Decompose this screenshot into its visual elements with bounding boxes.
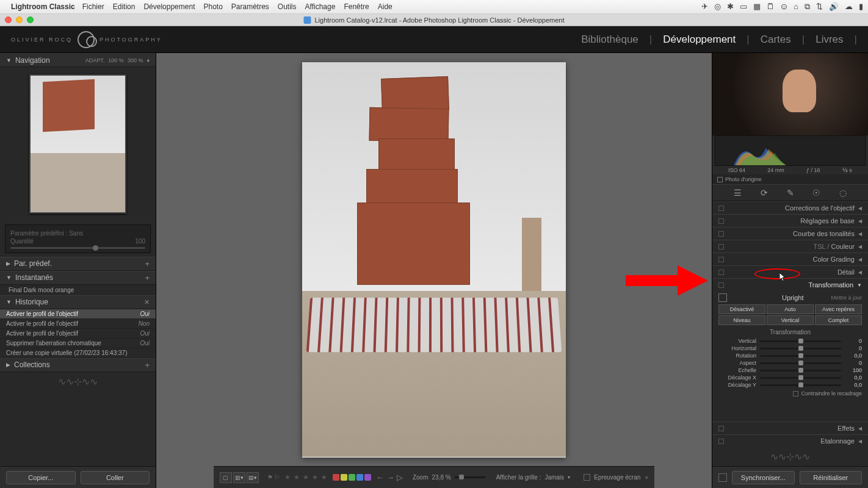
nav-fit-label[interactable]: ADAPT. xyxy=(85,57,105,63)
section-basic[interactable]: Réglages de base◀ xyxy=(712,215,868,227)
menu-developpement[interactable]: Développement xyxy=(143,2,195,11)
history-item[interactable]: Créer une copie virtuelle (27/02/23 16:4… xyxy=(0,348,156,358)
add-snapshot-icon[interactable]: + xyxy=(145,273,150,282)
section-colorgrading[interactable]: Color Grading◀ xyxy=(712,253,868,265)
transform-slider[interactable]: Rotation0,0 xyxy=(718,353,862,359)
upright-off-button[interactable]: Désactivé xyxy=(718,304,765,314)
edit-sliders-icon[interactable]: ☰ xyxy=(732,187,743,198)
soft-proof-checkbox[interactable] xyxy=(584,474,590,481)
preset-qty-slider[interactable] xyxy=(10,247,145,249)
tray-icon[interactable]: ▦ xyxy=(753,2,761,12)
zoom-slider[interactable] xyxy=(455,476,485,478)
add-preset-icon[interactable]: + xyxy=(145,259,150,268)
transform-slider[interactable]: Horizontal0 xyxy=(718,345,862,351)
tray-icon[interactable]: ⊙ xyxy=(781,2,787,12)
constrain-crop[interactable]: Contraindre le recadrage xyxy=(718,390,862,396)
upright-guided-button[interactable]: Avec repères xyxy=(815,304,862,314)
upright-full-button[interactable]: Complet xyxy=(815,315,862,325)
presets-header[interactable]: ▶ Par. prédef. + xyxy=(0,257,156,271)
minimize-window-button[interactable] xyxy=(16,16,23,23)
menu-aide[interactable]: Aide xyxy=(378,2,392,11)
tray-icon[interactable]: ⌂ xyxy=(794,2,798,12)
transform-slider[interactable]: Décalage Y0,0 xyxy=(718,382,862,388)
reset-button[interactable]: Réinitialiser xyxy=(800,471,863,484)
navigator-header[interactable]: ▼ Navigation ADAPT. 100 % 300 % ♦ xyxy=(0,53,156,67)
history-item[interactable]: Activer le profil de l'objectifOui xyxy=(0,329,156,339)
paste-settings-button[interactable]: Coller xyxy=(81,471,150,484)
prev-photo-icon[interactable]: ← xyxy=(376,473,384,482)
sync-button[interactable]: Synchroniser... xyxy=(732,471,795,484)
tray-icon[interactable]: ◎ xyxy=(714,2,721,12)
section-calibration[interactable]: Etalonnage◀ xyxy=(712,435,868,447)
menu-parametres[interactable]: Paramètres xyxy=(231,2,269,11)
tray-icon[interactable]: 🗒 xyxy=(767,2,775,12)
next-photo-icon[interactable]: → xyxy=(386,473,394,482)
module-book[interactable]: Livres xyxy=(816,34,843,46)
history-item[interactable]: Activer le profil de l'objectifNon xyxy=(0,319,156,329)
label-yellow[interactable] xyxy=(341,474,347,481)
history-item[interactable]: Supprimer l'aberration chromatiqueOui xyxy=(0,339,156,348)
copy-settings-button[interactable]: Copier... xyxy=(6,471,76,484)
rating-stars[interactable]: ★ ★ ★ ★ ★ xyxy=(284,473,328,481)
label-red[interactable] xyxy=(333,474,339,481)
original-photo-toggle[interactable]: Photo d'origine xyxy=(712,174,868,184)
tray-icon[interactable]: ✈ xyxy=(701,2,708,12)
crop-tool-icon[interactable]: ⟳ xyxy=(759,187,770,198)
nav-zoom-stepper-icon[interactable]: ♦ xyxy=(146,57,150,63)
transform-slider[interactable]: Décalage X0,0 xyxy=(718,375,862,381)
module-map[interactable]: Cartes xyxy=(761,34,791,46)
snapshots-header[interactable]: ▼ Instantanés + xyxy=(0,271,156,285)
menu-photo[interactable]: Photo xyxy=(203,2,222,11)
menu-affichage[interactable]: Affichage xyxy=(305,2,336,11)
section-tonecurve[interactable]: Courbe des tonalités◀ xyxy=(712,228,868,240)
mask-tool-icon[interactable]: ☉ xyxy=(811,187,822,198)
flag-pick-icon[interactable]: ⚑ xyxy=(267,474,273,481)
label-green[interactable] xyxy=(349,474,355,481)
tray-icon[interactable]: ⧉ xyxy=(805,2,810,12)
module-library[interactable]: Bibliothèque xyxy=(581,34,638,46)
reference-view-icon[interactable]: ▤▾ xyxy=(247,472,259,483)
menu-fenetre[interactable]: Fenêtre xyxy=(344,2,369,11)
menu-edition[interactable]: Edition xyxy=(113,2,136,11)
tray-icon[interactable]: ▮ xyxy=(859,2,863,12)
section-tsl[interactable]: TSL / Couleur◀ xyxy=(712,240,868,253)
section-detail[interactable]: Détail◀ xyxy=(712,266,868,278)
tray-icon[interactable]: ▭ xyxy=(740,2,747,12)
tray-icon[interactable]: 🔊 xyxy=(829,2,839,12)
before-after-icon[interactable]: ▥▾ xyxy=(233,472,245,483)
collections-header[interactable]: ▶ Collections + xyxy=(0,358,156,372)
nav-zoom-300[interactable]: 300 % xyxy=(128,57,143,63)
history-item[interactable]: Activer le profil de l'objectifOui xyxy=(0,309,156,319)
loupe-view-icon[interactable]: ▢ xyxy=(220,472,232,483)
section-effects[interactable]: Effets◀ xyxy=(712,422,868,434)
flag-reject-icon[interactable]: ⚐ xyxy=(274,474,280,481)
redeye-tool-icon[interactable]: ◌ xyxy=(837,187,848,198)
upright-update[interactable]: Mettre à jour xyxy=(831,295,862,301)
upright-auto-button[interactable]: Auto xyxy=(767,304,814,314)
toolbar-options-icon[interactable]: ▾ xyxy=(645,475,648,481)
menu-outils[interactable]: Outils xyxy=(278,2,297,11)
navigator-preview[interactable] xyxy=(0,67,156,221)
section-transform[interactable]: Transformation ▼ xyxy=(712,279,868,291)
transform-slider[interactable]: Vertical0 xyxy=(718,338,862,344)
transform-slider[interactable]: Aspect0 xyxy=(718,360,862,366)
tray-icon[interactable]: ☁ xyxy=(845,2,853,12)
nav-zoom-100[interactable]: 100 % xyxy=(108,57,124,63)
app-name[interactable]: Lightroom Classic xyxy=(11,2,75,11)
histogram[interactable] xyxy=(715,135,866,166)
history-header[interactable]: ▼ Historique ✕ xyxy=(0,295,156,309)
close-window-button[interactable] xyxy=(5,16,12,23)
autosync-toggle-icon[interactable] xyxy=(718,473,727,482)
add-collection-icon[interactable]: + xyxy=(145,361,150,370)
tray-icon[interactable]: ⇅ xyxy=(816,2,823,12)
menu-fichier[interactable]: Fichier xyxy=(82,2,104,11)
grid-value[interactable]: Jamais xyxy=(544,474,564,481)
loupe-view[interactable]: ▢ ▥▾ ▤▾ ⚑ ⚐ ★ ★ ★ ★ ★ ← xyxy=(156,53,712,488)
label-blue[interactable] xyxy=(356,474,363,481)
upright-level-button[interactable]: Niveau xyxy=(718,315,765,325)
label-purple[interactable] xyxy=(364,474,371,481)
module-develop[interactable]: Développement xyxy=(663,34,736,46)
snapshot-item[interactable]: Final Dark mood orange xyxy=(0,285,156,295)
guided-upright-icon[interactable] xyxy=(718,293,727,302)
clear-history-icon[interactable]: ✕ xyxy=(144,298,150,306)
